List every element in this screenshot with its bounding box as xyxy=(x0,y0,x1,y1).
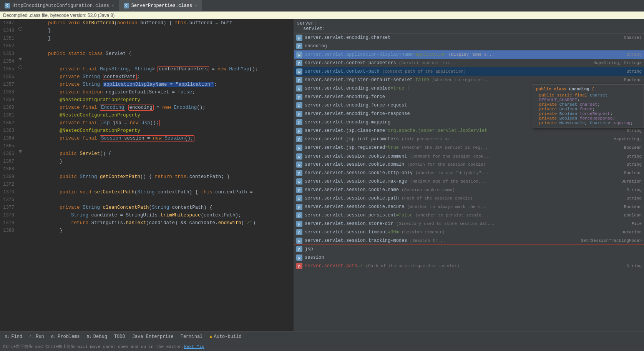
prop-icon-16: p xyxy=(296,170,302,176)
code-content-1360: private final Encoding encoding = new En… xyxy=(23,104,294,111)
suggestion-session-cookie-httponly[interactable]: p server.servlet.session.cookie.http-onl… xyxy=(294,169,644,177)
code-line-1358: 1358 private boolean registerDefaultServ… xyxy=(0,88,294,96)
suggestion-encoding[interactable]: p encoding xyxy=(294,42,644,50)
code-content-1378: String candidate = StringUtils.trimWhite… xyxy=(23,211,294,219)
suggestion-session-cookie-comment[interactable]: p server.servlet.session.cookie.comment … xyxy=(294,152,644,160)
line-num-1354: 1354 xyxy=(0,58,17,65)
code-content-1366: public Servlet() { xyxy=(23,150,294,158)
suggestions-list[interactable]: p server.servlet.encoding.charset Charse… xyxy=(294,33,644,331)
suggestion-session-cookie-path[interactable]: p server.servlet.session.cookie.path (Pa… xyxy=(294,194,644,203)
suggestion-text-24: server.servlet.session.tracking-modes (S… xyxy=(305,238,578,243)
server-label: server: xyxy=(297,21,641,26)
suggestion-session-cookie-maxage[interactable]: p server.servlet.session.cookie.max-age … xyxy=(294,177,644,186)
gutter-1366 xyxy=(17,150,23,153)
suggestion-encoding-charset[interactable]: p server.servlet.encoding.charset Charse… xyxy=(294,33,644,42)
tab-label-server: ServerProperties.class xyxy=(131,3,192,8)
code-line-1347: 1347 public void setBuffered(boolean buf… xyxy=(0,19,294,27)
toolbar-label-terminal: Terminal xyxy=(181,334,203,339)
tooltip-field-5: private Boolean forceResponse; xyxy=(536,116,641,121)
tab-server-properties[interactable]: C ServerProperties.class × xyxy=(119,0,202,12)
suggestion-text-4: server.servlet.context-path (Context pat… xyxy=(305,69,623,74)
toolbar-label-autobuild: Auto-build xyxy=(214,334,242,339)
suggestion-context-parameters[interactable]: p server.servlet.context-parameters (Ser… xyxy=(294,59,644,67)
line-num-1379: 1379 xyxy=(0,219,17,227)
code-content-1355: private final Map<String, String> contex… xyxy=(23,65,294,73)
line-num-1366: 1366 xyxy=(0,150,17,158)
suggestion-session-persistent[interactable]: p server.servlet.session.persistent=fals… xyxy=(294,211,644,220)
line-num-1353: 1353 xyxy=(0,50,17,58)
suggestion-type-0: Charset xyxy=(621,35,642,40)
line-num-1372: 1372 xyxy=(0,181,17,188)
code-line-1379: 1379 return StringUtils.hasText(candidat… xyxy=(0,219,294,227)
suggestion-text-11: server.servlet.jsp.class-name=org.apache… xyxy=(305,128,623,133)
prop-icon-11: p xyxy=(296,128,302,134)
toolbar-autobuild[interactable]: ▲ Auto-build xyxy=(206,333,244,340)
suggestion-text-0: server.servlet.encoding.charset xyxy=(305,35,621,40)
line-num-1377: 1377 xyxy=(0,204,17,211)
bottom-toolbar: 3: Find 4: Run 6: Problems 5: Debug TODO… xyxy=(0,331,644,342)
code-line-1356: 1356 private String contextPath; xyxy=(0,73,294,81)
tooltip-field-2: private Charset charset; xyxy=(536,102,641,107)
prop-icon-5: p xyxy=(296,77,302,83)
suggestion-text-21: server.servlet.session.persistent=false … xyxy=(305,213,621,218)
suggestion-session[interactable]: p session xyxy=(294,253,644,262)
suggestion-encoding-enabled[interactable]: p server.servlet.encoding.enabled=true (… xyxy=(294,84,644,93)
tab-close-server[interactable]: × xyxy=(194,3,197,8)
toolbar-terminal[interactable]: Terminal xyxy=(178,333,206,340)
line-num-1364: 1364 xyxy=(0,135,17,142)
prop-icon-19: p xyxy=(296,195,302,201)
toolbar-label-find: Find xyxy=(11,334,22,339)
suggestion-text-15: server.servlet.session.cookie.domain (Do… xyxy=(305,162,623,167)
code-content-1347: public void setBuffered(boolean buffered… xyxy=(23,19,294,27)
code-content-1361: @NestedConfigurationProperty xyxy=(23,111,294,119)
line-num-1357: 1357 xyxy=(0,81,17,88)
code-line-1351: 1351 } xyxy=(0,35,294,42)
code-content-1358: private boolean registerDefaultServlet =… xyxy=(23,88,294,96)
toolbar-label-debug: Debug xyxy=(93,334,107,339)
toolbar-debug[interactable]: 5: Debug xyxy=(84,333,110,340)
suggestion-context-path[interactable]: p server.servlet.context-path (Context p… xyxy=(294,67,644,76)
prop-icon-20: p xyxy=(296,204,302,210)
code-content-1356: private String contextPath; xyxy=(23,73,294,81)
suggestion-text-12: server.servlet.jsp.init-parameters (Init… xyxy=(305,136,611,142)
suggestion-jsp-init-params[interactable]: p server.servlet.jsp.init-parameters (In… xyxy=(294,135,644,143)
line-num-1369: 1369 xyxy=(0,173,17,181)
line-num-1362: 1362 xyxy=(0,119,17,127)
suggestion-app-display-name[interactable]: p server.servlet.application-display-nam… xyxy=(294,50,644,59)
line-num-1376: 1376 xyxy=(0,196,17,204)
toolbar-find[interactable]: 3: Find xyxy=(2,333,25,340)
suggestion-servlet-path[interactable]: p server.servlet.path=/ (Path of the mai… xyxy=(294,262,644,270)
suggestion-session-cookie-name[interactable]: p server.servlet.session.cookie.name (Se… xyxy=(294,186,644,194)
toolbar-java-enterprise[interactable]: Java Enterprise xyxy=(129,333,177,340)
suggestion-session-cookie-domain[interactable]: p server.servlet.session.cookie.domain (… xyxy=(294,160,644,169)
toolbar-run[interactable]: 4: Run xyxy=(26,333,47,340)
suggestion-session-tracking[interactable]: p server.servlet.session.tracking-modes … xyxy=(294,236,644,245)
tab-close-http[interactable]: × xyxy=(111,3,114,8)
code-line-1373: 1373 public void setContextPath(String c… xyxy=(0,188,294,196)
suggestion-session-storedir[interactable]: p server.servlet.session.store-dir (Dire… xyxy=(294,220,644,228)
suggestion-jsp[interactable]: p jsp xyxy=(294,245,644,253)
tab-label-http: HttpEncodingAutoConfiguration.class xyxy=(12,3,109,8)
code-area[interactable]: 1347 public void setBuffered(boolean buf… xyxy=(0,19,294,331)
suggestion-type-16: Boolean xyxy=(621,171,642,175)
suggestion-jsp-registered[interactable]: p server.servlet.jsp.registered=true (Wh… xyxy=(294,143,644,152)
toolbar-todo[interactable]: TODO xyxy=(111,333,128,340)
tab-http-encoding[interactable]: C HttpEncodingAutoConfiguration.class × xyxy=(0,0,119,12)
prop-icon-9: p xyxy=(296,111,302,117)
suggestion-text-1: encoding xyxy=(305,43,639,49)
tip-text: Ctrl+向下箭头 and Ctrl+向上箭头 will move caret … xyxy=(3,344,184,349)
tab-icon-http: C xyxy=(5,3,10,8)
suggestion-text-3: server.servlet.context-parameters (Servl… xyxy=(305,60,591,66)
suggestion-type-24: Set<SessionTrackingMode> xyxy=(578,238,642,243)
code-content-1348: } xyxy=(23,27,294,35)
code-line-1348: 1348 } xyxy=(0,27,294,35)
prop-icon-22: p xyxy=(296,221,302,227)
suggestion-type-11: String xyxy=(623,128,642,133)
suggestion-session-cookie-secure[interactable]: p server.servlet.session.cookie.secure (… xyxy=(294,203,644,211)
suggestion-register-default[interactable]: p server.servlet.register-default-servle… xyxy=(294,76,644,84)
gutter-1355 xyxy=(17,65,23,69)
code-content-1364: private final Session session = new Sess… xyxy=(23,135,294,142)
toolbar-problems[interactable]: 6: Problems xyxy=(48,333,83,340)
tip-next-link[interactable]: Next Tip xyxy=(184,344,204,349)
suggestion-session-timeout[interactable]: p server.servlet.session.timeout=30m (Se… xyxy=(294,228,644,236)
